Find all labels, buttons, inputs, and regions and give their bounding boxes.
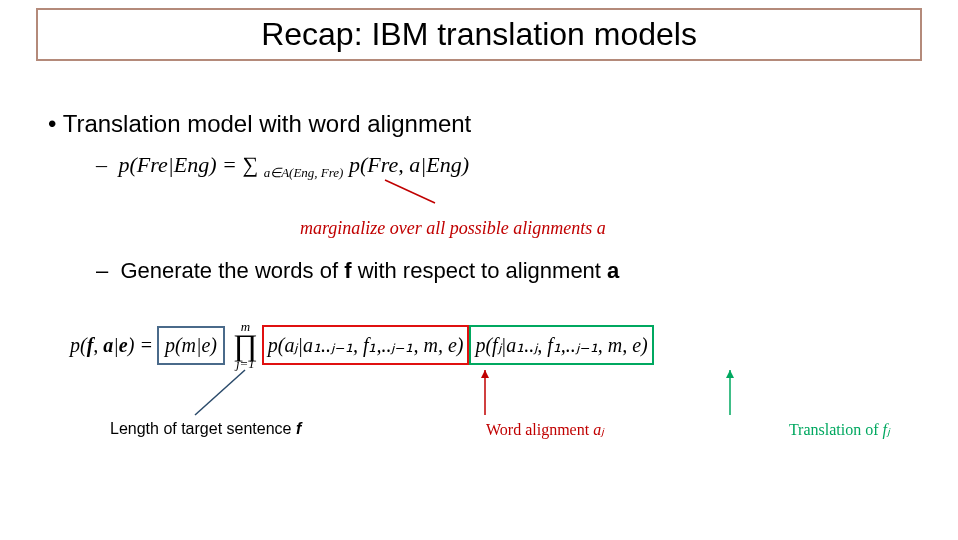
lbl-black-f: f bbox=[296, 420, 301, 437]
eq2-a: a bbox=[103, 334, 113, 356]
svg-line-1 bbox=[195, 370, 245, 415]
label-translation: Translation of fⱼ bbox=[789, 420, 890, 439]
generate-line: – Generate the words of f with respect t… bbox=[96, 258, 619, 284]
gen-f: f bbox=[344, 258, 351, 283]
eq2-e: e bbox=[119, 334, 128, 356]
label-alignment: Word alignment aⱼ bbox=[486, 420, 604, 439]
eq1-rhs: p(Fre, a|Eng) bbox=[349, 152, 469, 177]
lbl-red-pre: Word alignment bbox=[486, 421, 593, 438]
dash-2: – bbox=[96, 258, 108, 283]
marginalize-text: marginalize over all possible alignments… bbox=[300, 218, 606, 238]
marginalize-note: marginalize over all possible alignments… bbox=[300, 218, 606, 239]
eq2-pc: ) = bbox=[128, 334, 153, 356]
page-title: Recap: IBM translation models bbox=[261, 16, 697, 52]
product-symbol: m ∏ j=1 bbox=[233, 320, 258, 370]
box-alignment: p(aⱼ|a₁..ⱼ₋₁, f₁,..ⱼ₋₁, m, e) bbox=[262, 325, 470, 365]
box-length: p(m|e) bbox=[157, 326, 225, 365]
eq2-po: p( bbox=[70, 334, 87, 356]
gen-mid: with respect to alignment bbox=[358, 258, 607, 283]
lbl-red-var: aⱼ bbox=[593, 421, 604, 438]
arrow-blue bbox=[190, 365, 260, 420]
eq1-sum-sub: a∈A(Eng, Fre) bbox=[264, 165, 344, 180]
gen-a: a bbox=[607, 258, 619, 283]
bullet-main: Translation model with word alignment bbox=[48, 110, 471, 138]
dash: – bbox=[96, 152, 107, 177]
labels-row: Length of target sentence f Word alignme… bbox=[110, 420, 890, 439]
lbl-green-var: fⱼ bbox=[883, 421, 890, 438]
eq1-lhs: p(Fre|Eng) = bbox=[119, 152, 243, 177]
lbl-black-pre: Length of target sentence bbox=[110, 420, 296, 437]
eq2-lhs: p(f, a|e) = bbox=[70, 334, 153, 357]
equation-2: p(f, a|e) = p(m|e) m ∏ j=1 p(aⱼ|a₁..ⱼ₋₁,… bbox=[70, 320, 654, 370]
arrow-red-1 bbox=[380, 175, 440, 210]
title-box: Recap: IBM translation models bbox=[36, 8, 922, 61]
bullet-text: Translation model with word alignment bbox=[63, 110, 472, 137]
lbl-green-pre: Translation of bbox=[789, 421, 883, 438]
arrow-red-2 bbox=[475, 365, 495, 420]
svg-marker-3 bbox=[481, 370, 489, 378]
svg-marker-5 bbox=[726, 370, 734, 378]
eq1-sum: ∑ bbox=[242, 152, 258, 177]
eq2-c1: , bbox=[93, 334, 103, 356]
prod-sym: ∏ bbox=[233, 333, 258, 357]
label-length: Length of target sentence f bbox=[110, 420, 301, 439]
gen-pre: Generate the words of bbox=[120, 258, 344, 283]
svg-line-0 bbox=[385, 180, 435, 203]
arrow-green bbox=[720, 365, 740, 420]
box-translation: p(fⱼ|a₁..ⱼ, f₁,..ⱼ₋₁, m, e) bbox=[469, 325, 653, 365]
